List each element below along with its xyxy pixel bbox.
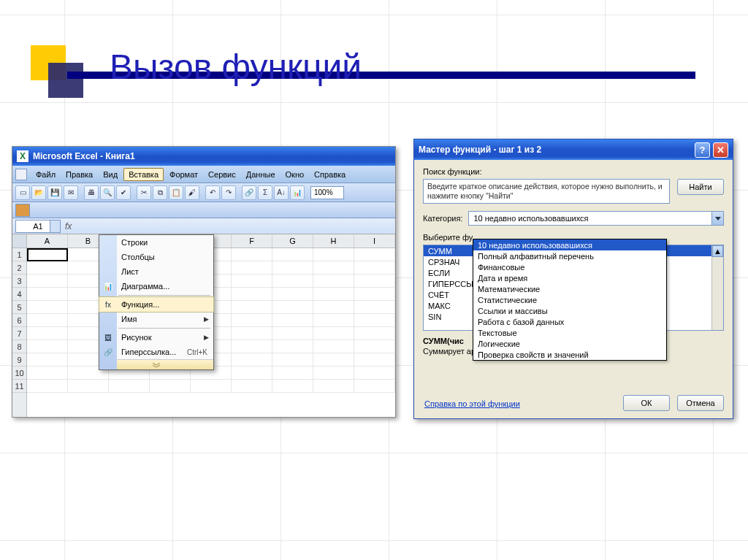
help-link[interactable]: Справка по этой функции — [424, 399, 520, 408]
row-header[interactable]: 6 — [12, 314, 26, 327]
column-header[interactable]: I — [354, 234, 395, 248]
column-header[interactable]: A — [27, 234, 68, 248]
chart-icon[interactable]: 📊 — [290, 185, 305, 200]
undo-icon[interactable]: ↶ — [205, 185, 220, 200]
excel-window: Microsoft Excel - Книга1 Файл Правка Вид… — [12, 146, 396, 418]
cancel-button[interactable]: Отмена — [677, 395, 724, 411]
column-header[interactable]: F — [232, 234, 272, 248]
menu-item-name[interactable]: Имя▶ — [99, 312, 213, 326]
sort-asc-icon[interactable]: A↓ — [274, 185, 289, 200]
excel-title-text: Microsoft Excel - Книга1 — [33, 151, 135, 161]
category-select[interactable]: 10 недавно использовавшихся — [468, 211, 724, 226]
row-header[interactable]: 1 — [12, 248, 26, 261]
cut-icon[interactable]: ✂ — [137, 185, 151, 200]
spell-icon[interactable]: ✔ — [116, 185, 131, 200]
menu-help[interactable]: Справка — [310, 169, 350, 180]
redo-icon[interactable]: ↷ — [221, 185, 236, 200]
workbook-icon — [15, 169, 27, 180]
list-item[interactable]: Логические — [473, 338, 666, 349]
menu-item-hyperlink[interactable]: 🔗Гиперссылка...Ctrl+K — [99, 345, 213, 359]
excel-titlebar: Microsoft Excel - Книга1 — [12, 147, 395, 166]
pdf-icon[interactable] — [15, 204, 30, 217]
standard-toolbar: ▭ 📂 💾 ✉ 🖶 🔍 ✔ ✂ ⧉ 📋 🖌 ↶ ↷ 🔗 Σ A↓ 📊 100% — [12, 183, 395, 202]
zoom-select[interactable]: 100% — [310, 186, 344, 199]
scroll-up-icon[interactable]: ▲ — [712, 245, 723, 257]
column-header[interactable]: H — [313, 234, 354, 248]
save-icon[interactable]: 💾 — [47, 185, 62, 200]
menu-insert[interactable]: Вставка — [123, 168, 164, 181]
row-header[interactable]: 5 — [12, 301, 26, 314]
hyperlink-icon: 🔗 — [102, 346, 114, 358]
row-header[interactable]: 4 — [12, 288, 26, 301]
copy-icon[interactable]: ⧉ — [153, 185, 167, 200]
menu-edit[interactable]: Правка — [61, 169, 97, 180]
row-header[interactable]: 2 — [12, 261, 26, 275]
list-item[interactable]: Финансовые — [473, 261, 666, 272]
autosum-icon[interactable]: Σ — [258, 185, 272, 200]
list-item[interactable]: Ссылки и массивы — [473, 305, 666, 316]
sheet-area: 1 2 3 4 5 6 7 8 9 10 11 A B C D E F G H … — [12, 234, 395, 417]
submenu-arrow-icon: ▶ — [204, 334, 209, 341]
help-button[interactable]: ? — [695, 142, 710, 158]
cell-a1[interactable] — [27, 248, 68, 261]
name-box-dropdown-icon[interactable] — [50, 220, 60, 232]
close-button[interactable]: ✕ — [713, 142, 728, 158]
list-item[interactable]: Дата и время — [473, 272, 666, 283]
list-item[interactable]: Математические — [473, 283, 666, 294]
category-dropdown-list[interactable]: 10 недавно использовавшихся Полный алфав… — [473, 239, 667, 361]
menu-item-rows[interactable]: Строки — [99, 235, 213, 250]
formula-bar: A1 fx — [12, 218, 395, 234]
column-header[interactable]: G — [272, 234, 313, 248]
preview-icon[interactable]: 🔍 — [100, 185, 115, 200]
name-box[interactable]: A1 — [15, 220, 61, 233]
menu-item-function[interactable]: fxФункция... — [99, 297, 213, 312]
menu-file[interactable]: Файл — [31, 169, 60, 180]
open-icon[interactable]: 📂 — [31, 185, 46, 200]
menu-shortcut: Ctrl+K — [187, 348, 207, 356]
list-item[interactable]: Текстовые — [473, 327, 666, 338]
slide-logo — [31, 45, 95, 110]
ok-button[interactable]: ОК — [623, 395, 670, 411]
row-header[interactable]: 8 — [12, 340, 26, 353]
scrollbar[interactable]: ▲ — [711, 245, 723, 330]
submenu-arrow-icon: ▶ — [204, 315, 209, 323]
row-header[interactable]: 11 — [12, 380, 26, 393]
menu-window[interactable]: Окно — [281, 169, 309, 180]
menu-item-chart[interactable]: 📊Диаграмма... — [99, 279, 213, 294]
menu-item-picture[interactable]: 🖼Рисунок▶ — [99, 330, 213, 345]
menu-view[interactable]: Вид — [99, 169, 122, 180]
fx-icon[interactable]: fx — [65, 221, 72, 231]
list-item[interactable]: Проверка свойств и значений — [473, 349, 666, 360]
menu-item-columns[interactable]: Столбцы — [99, 250, 213, 264]
select-all-cell[interactable] — [12, 234, 26, 248]
row-header[interactable]: 9 — [12, 353, 26, 367]
row-header[interactable]: 7 — [12, 327, 26, 340]
menu-data[interactable]: Данные — [242, 169, 280, 180]
insert-dropdown-menu[interactable]: Строки Столбцы Лист 📊Диаграмма... fxФунк… — [99, 234, 214, 370]
list-item[interactable]: Работа с базой данных — [473, 316, 666, 327]
new-icon[interactable]: ▭ — [15, 185, 30, 200]
excel-menubar[interactable]: Файл Правка Вид Вставка Формат Сервис Да… — [12, 166, 395, 183]
list-item[interactable]: Полный алфавитный перечень — [473, 250, 666, 261]
menu-item-sheet[interactable]: Лист — [99, 264, 213, 279]
search-input[interactable]: Введите краткое описание действия, котор… — [423, 179, 670, 204]
menu-format[interactable]: Формат — [165, 169, 202, 180]
list-item[interactable]: Статистические — [473, 294, 666, 305]
row-header[interactable]: 10 — [12, 367, 26, 380]
format-painter-icon[interactable]: 🖌 — [185, 185, 199, 200]
menu-tools[interactable]: Сервис — [204, 169, 240, 180]
print-icon[interactable]: 🖶 — [84, 185, 99, 200]
name-box-value: A1 — [33, 222, 42, 231]
hyperlink-icon[interactable]: 🔗 — [242, 185, 256, 200]
menu-separator — [118, 295, 210, 296]
paste-icon[interactable]: 📋 — [169, 185, 183, 200]
row-header[interactable]: 3 — [12, 275, 26, 288]
list-item[interactable]: 10 недавно использовавшихся — [473, 239, 666, 250]
permission-icon[interactable]: ✉ — [64, 185, 78, 200]
find-button[interactable]: Найти — [677, 179, 724, 195]
wizard-titlebar[interactable]: Мастер функций - шаг 1 из 2 ? ✕ — [414, 139, 733, 160]
chart-icon: 📊 — [102, 280, 114, 292]
slide-title: Вызов функций — [110, 47, 362, 87]
menu-separator — [118, 328, 210, 329]
category-label: Категория: — [423, 214, 462, 223]
